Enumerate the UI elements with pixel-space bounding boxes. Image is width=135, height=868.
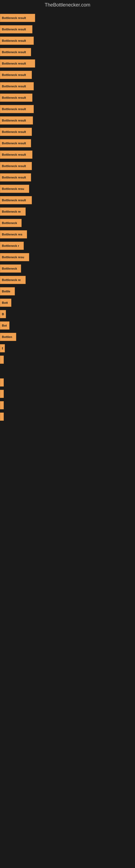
bottleneck-bar-9: Bottleneck result bbox=[0, 105, 34, 113]
bottleneck-bar-21: Bottleneck r bbox=[0, 242, 24, 250]
bottleneck-bar-28: Bot bbox=[0, 321, 9, 330]
bar-label-24: Bottleneck re bbox=[2, 278, 21, 282]
bar-label-1: Bottleneck result bbox=[2, 16, 26, 20]
bottleneck-bar-11: Bottleneck result bbox=[0, 128, 32, 136]
bottleneck-bar-27: B bbox=[0, 310, 6, 318]
bar-row: Bottleneck result bbox=[0, 35, 135, 46]
bar-row: Bottle bbox=[0, 286, 135, 297]
bottleneck-bar-35 bbox=[0, 401, 4, 409]
bottleneck-bar-34 bbox=[0, 390, 4, 398]
bottleneck-bar-6: Bottleneck result bbox=[0, 71, 32, 79]
bar-row: Bottleneck bbox=[0, 218, 135, 228]
bar-row: Bottleneck result bbox=[0, 24, 135, 34]
bar-row: Bottleneck result bbox=[0, 150, 135, 160]
bar-label-23: Bottleneck bbox=[2, 267, 17, 270]
bar-row: B bbox=[0, 309, 135, 319]
bottleneck-bar-2: Bottleneck result bbox=[0, 25, 32, 33]
bar-label-12: Bottleneck result bbox=[2, 142, 26, 145]
bottleneck-bar-29: Bottlen bbox=[0, 333, 16, 341]
bar-label-29: Bottlen bbox=[2, 335, 12, 339]
bar-row bbox=[0, 411, 135, 422]
bottleneck-bar-15: Bottleneck result bbox=[0, 173, 31, 182]
bar-row bbox=[0, 366, 135, 376]
bar-row bbox=[0, 354, 135, 365]
bar-label-17: Bottleneck result bbox=[2, 198, 26, 202]
bar-row: Bottleneck bbox=[0, 264, 135, 274]
bar-label-20: Bottleneck res bbox=[2, 233, 22, 236]
bottleneck-bar-10: Bottleneck result bbox=[0, 116, 33, 124]
bar-row: Bottleneck result bbox=[0, 104, 135, 114]
bottleneck-bar-20: Bottleneck res bbox=[0, 230, 27, 239]
bottleneck-bar-24: Bottleneck re bbox=[0, 276, 26, 284]
bar-row: Bottleneck re bbox=[0, 275, 135, 285]
bar-label-25: Bottle bbox=[2, 290, 10, 293]
bar-label-21: Bottleneck r bbox=[2, 244, 19, 247]
bottleneck-bar-14: Bottleneck result bbox=[0, 162, 32, 170]
bottleneck-bar-3: Bottleneck result bbox=[0, 37, 34, 45]
bar-row: Bottlen bbox=[0, 332, 135, 342]
bottleneck-bar-23: Bottleneck bbox=[0, 265, 21, 273]
bar-row: Bottleneck resu bbox=[0, 252, 135, 262]
bar-label-6: Bottleneck result bbox=[2, 73, 26, 76]
bar-row: B bbox=[0, 343, 135, 353]
bar-label-11: Bottleneck result bbox=[2, 130, 26, 133]
bar-label-18: Bottleneck re bbox=[2, 210, 21, 213]
bar-row: Bottleneck result bbox=[0, 13, 135, 23]
bar-row: Bottleneck result bbox=[0, 115, 135, 126]
bottleneck-bar-36 bbox=[0, 412, 4, 421]
bar-label-9: Bottleneck result bbox=[2, 107, 26, 111]
bar-label-5: Bottleneck result bbox=[2, 62, 26, 65]
bar-row: Bottleneck result bbox=[0, 70, 135, 80]
bottleneck-bar-25: Bottle bbox=[0, 287, 15, 296]
bar-row bbox=[0, 389, 135, 399]
bar-row: Bottleneck res bbox=[0, 229, 135, 240]
bar-row: B bbox=[0, 377, 135, 388]
bottleneck-bar-19: Bottleneck bbox=[0, 219, 21, 227]
bottleneck-bar-30: B bbox=[0, 344, 5, 352]
bar-label-13: Bottleneck result bbox=[2, 153, 26, 156]
bar-row: Bottleneck result bbox=[0, 138, 135, 148]
bar-label-30: B bbox=[2, 347, 3, 350]
site-title: TheBottlenecker.com bbox=[0, 0, 135, 10]
bottleneck-bar-7: Bottleneck result bbox=[0, 82, 34, 90]
bar-row: Bottleneck result bbox=[0, 195, 135, 205]
bar-label-14: Bottleneck result bbox=[2, 164, 26, 167]
bottleneck-bar-17: Bottleneck result bbox=[0, 196, 32, 204]
bar-label-3: Bottleneck result bbox=[2, 39, 26, 42]
bar-label-8: Bottleneck result bbox=[2, 96, 26, 99]
bar-row: Bot bbox=[0, 320, 135, 331]
bottleneck-bar-4: Bottleneck result bbox=[0, 48, 31, 56]
bar-row: Bottleneck re bbox=[0, 207, 135, 217]
bar-label-10: Bottleneck result bbox=[2, 119, 26, 122]
bar-label-15: Bottleneck result bbox=[2, 176, 26, 179]
bottleneck-bar-16: Bottleneck resu bbox=[0, 185, 29, 193]
bottleneck-bar-33: B bbox=[0, 378, 4, 386]
bar-label-27: B bbox=[2, 312, 4, 316]
bar-row: Bottleneck r bbox=[0, 241, 135, 251]
bar-label-16: Bottleneck resu bbox=[2, 187, 24, 190]
bar-row: Bottleneck result bbox=[0, 172, 135, 183]
bottleneck-bar-26: Bott bbox=[0, 299, 11, 307]
bar-row: Bottleneck result bbox=[0, 58, 135, 69]
bar-label-2: Bottleneck result bbox=[2, 28, 26, 31]
bottleneck-bar-8: Bottleneck result bbox=[0, 94, 32, 102]
bar-row: Bottleneck resu bbox=[0, 184, 135, 194]
bottleneck-bar-12: Bottleneck result bbox=[0, 139, 31, 147]
bar-row: Bott bbox=[0, 298, 135, 308]
bar-row: Bottleneck result bbox=[0, 47, 135, 57]
bars-container: Bottleneck resultBottleneck resultBottle… bbox=[0, 10, 135, 426]
bar-label-4: Bottleneck result bbox=[2, 51, 26, 54]
bottleneck-bar-18: Bottleneck re bbox=[0, 208, 26, 216]
bar-label-22: Bottleneck resu bbox=[2, 255, 24, 259]
bar-label-19: Bottleneck bbox=[2, 221, 17, 225]
site-title-bar: TheBottlenecker.com bbox=[0, 0, 135, 10]
bar-row bbox=[0, 400, 135, 410]
bar-row: Bottleneck result bbox=[0, 161, 135, 171]
bottleneck-bar-13: Bottleneck result bbox=[0, 151, 32, 159]
bottleneck-bar-31 bbox=[0, 355, 4, 364]
bar-label-26: Bott bbox=[2, 301, 8, 304]
bar-label-28: Bot bbox=[2, 324, 7, 327]
bar-label-7: Bottleneck result bbox=[2, 85, 26, 88]
bottleneck-bar-5: Bottleneck result bbox=[0, 59, 35, 67]
bar-row: Bottleneck result bbox=[0, 81, 135, 91]
